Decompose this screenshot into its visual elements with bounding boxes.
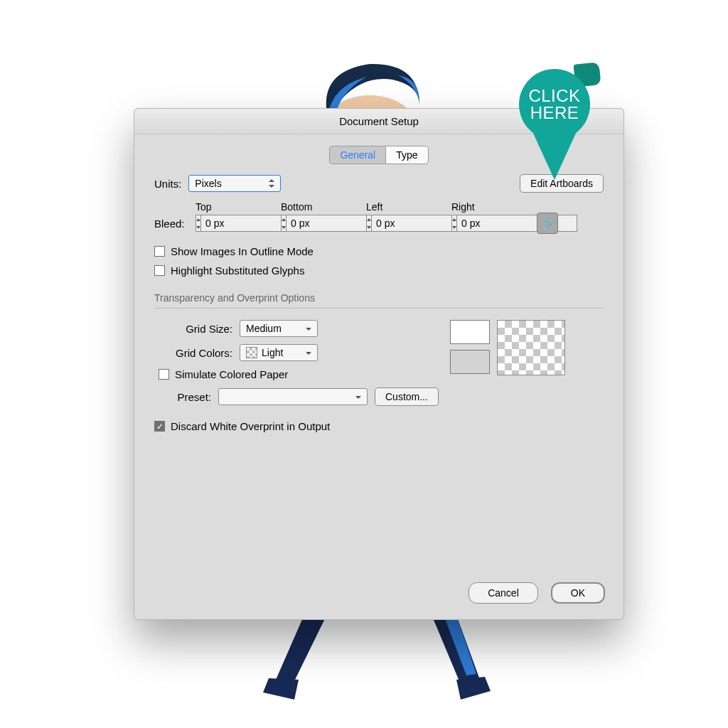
- units-label: Units:: [154, 178, 181, 190]
- chevron-down-icon: [355, 393, 363, 400]
- simulate-colored-paper-label: Simulate Colored Paper: [175, 368, 288, 380]
- svg-marker-4: [276, 611, 328, 681]
- checker-icon: [246, 347, 257, 358]
- bleed-col-left: Left: [366, 201, 451, 213]
- bleed-left-stepper[interactable]: [366, 215, 440, 232]
- document-setup-dialog: Document Setup General Type Units: Pixel…: [134, 108, 624, 620]
- grid-colors-value: Light: [262, 347, 283, 358]
- tab-type[interactable]: Type: [385, 146, 428, 164]
- grid-size-label: Grid Size:: [154, 323, 232, 335]
- dialog-title: Document Setup: [134, 109, 623, 134]
- preset-label: Preset:: [154, 391, 211, 403]
- discard-white-overprint-label: Discard White Overprint in Output: [171, 420, 330, 432]
- checkbox-icon: [154, 265, 165, 276]
- custom-preset-button[interactable]: Custom...: [375, 387, 439, 406]
- checkbox-icon: [154, 246, 165, 257]
- chevron-down-icon: [306, 325, 313, 332]
- svg-marker-7: [263, 678, 299, 700]
- bleed-col-right: Right: [451, 201, 537, 213]
- cancel-button[interactable]: Cancel: [469, 582, 538, 604]
- link-bleed-button[interactable]: 🔗: [537, 213, 558, 234]
- bleed-right-input[interactable]: [456, 215, 577, 232]
- checkbox-checked-icon: ✓: [154, 421, 165, 432]
- chevron-updown-icon: [269, 180, 276, 187]
- transparency-section-title: Transparency and Overprint Options: [154, 292, 604, 309]
- ok-button[interactable]: OK: [551, 582, 605, 604]
- highlight-glyphs-checkbox[interactable]: Highlight Substituted Glyphs: [154, 264, 604, 277]
- edit-artboards-button[interactable]: Edit Artboards: [520, 174, 604, 193]
- character-legs: [263, 611, 491, 704]
- dialog-tabs: General Type: [154, 146, 604, 164]
- bleed-col-top: Top: [196, 201, 281, 213]
- units-value: Pixels: [195, 178, 221, 189]
- bleed-right-stepper[interactable]: [451, 215, 525, 232]
- swatch-grey[interactable]: [450, 350, 490, 374]
- bleed-label: Bleed:: [154, 218, 188, 230]
- svg-marker-8: [456, 677, 491, 700]
- simulate-colored-paper-checkbox[interactable]: Simulate Colored Paper: [159, 368, 439, 380]
- units-select[interactable]: Pixels: [188, 175, 281, 192]
- bleed-bottom-stepper[interactable]: [281, 215, 355, 232]
- transparency-preview: [497, 320, 565, 375]
- grid-size-value: Medium: [246, 323, 282, 334]
- show-images-outline-label: Show Images In Outline Mode: [171, 245, 314, 257]
- chevron-down-icon: [306, 349, 313, 356]
- swatch-white[interactable]: [450, 320, 490, 344]
- grid-size-select[interactable]: Medium: [240, 320, 318, 337]
- bleed-top-stepper[interactable]: [196, 215, 269, 232]
- link-icon: 🔗: [540, 217, 555, 230]
- discard-white-overprint-checkbox[interactable]: ✓ Discard White Overprint in Output: [154, 420, 604, 432]
- grid-colors-label: Grid Colors:: [154, 347, 232, 359]
- show-images-outline-checkbox[interactable]: Show Images In Outline Mode: [154, 245, 604, 257]
- checkbox-icon: [159, 369, 169, 380]
- preset-select[interactable]: [218, 388, 368, 405]
- bleed-col-bottom: Bottom: [281, 201, 366, 213]
- tab-general[interactable]: General: [329, 146, 385, 164]
- highlight-glyphs-label: Highlight Substituted Glyphs: [171, 264, 304, 277]
- grid-colors-select[interactable]: Light: [240, 344, 318, 361]
